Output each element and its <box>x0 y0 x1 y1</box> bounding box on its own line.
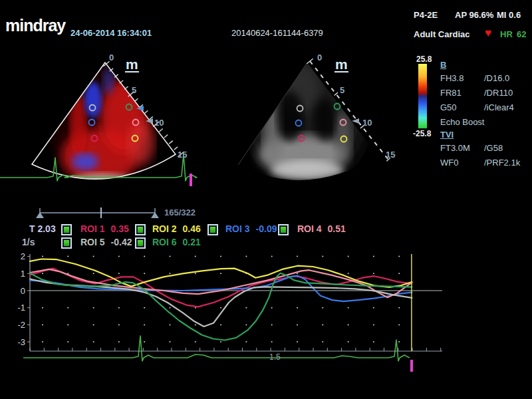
y-tick-label: -3 <box>17 337 25 347</box>
velocity-scale-min: -25.8 <box>413 129 431 138</box>
depth-label: 15 <box>386 150 395 160</box>
param-row: G50/iClear4 <box>440 102 532 112</box>
depth-label: 5 <box>340 85 344 95</box>
roi-3-checkbox[interactable] <box>207 224 218 235</box>
roi-5-legend: ROI 5-0.42 <box>80 237 132 247</box>
param-row: FH3.8/D16.0 <box>440 73 532 83</box>
depth-label: 5 <box>132 85 136 95</box>
y-tick-label: 1 <box>21 269 25 279</box>
tvi-mode-header: TVI <box>440 130 532 140</box>
roi-1-checkbox[interactable] <box>61 224 72 235</box>
depth-label: 10 <box>362 118 372 128</box>
m-watermark: m <box>125 57 139 72</box>
ecg-frame-marker <box>410 360 413 372</box>
x-tick-label: 1.5 <box>269 352 281 362</box>
velocity-scale-max: 25.8 <box>416 55 432 64</box>
y-tick-label: -2 <box>17 320 25 330</box>
param-row: FT3.0M/G58 <box>440 143 532 153</box>
ultrasound-screen: 210-1-2-31.5 mindray 24-06-2014 16:34:01… <box>0 0 532 399</box>
roi-6-legend: ROI 60.21 <box>152 237 201 247</box>
ecg-frame-marker <box>190 174 192 186</box>
depth-label: 0 <box>109 53 114 63</box>
hr-value: 62 <box>517 29 526 39</box>
b-mode-header: B <box>440 60 532 70</box>
depth-label: 15 <box>178 150 187 160</box>
frame-counter: 165/322 <box>164 207 196 217</box>
exam-preset: Adult Cardiac <box>414 29 470 39</box>
roi-5-checkbox[interactable] <box>61 237 72 249</box>
roi-2-legend: ROI 20.46 <box>152 223 201 234</box>
curve-roi-6 <box>30 273 412 340</box>
y-tick-label: 0 <box>21 286 25 296</box>
probe-name: P4-2E <box>414 10 438 20</box>
mechanical-index: MI 0.6 <box>497 10 521 20</box>
roi-1-legend: ROI 10.35 <box>80 223 129 234</box>
roi-2-checkbox[interactable] <box>135 224 146 235</box>
m-watermark: m <box>334 57 348 72</box>
velocity-colorbar <box>418 64 427 128</box>
roi-4-legend: ROI 40.51 <box>297 223 346 234</box>
exam-datetime: 24-06-2014 16:34:01 <box>70 28 152 38</box>
hr-label: HR <box>500 29 513 39</box>
y-axis-unit: 1/s <box>22 237 35 247</box>
strain-rate-chart: 210-1-2-31.5 <box>17 251 442 362</box>
roi-3-legend: ROI 3-0.09 <box>225 223 277 234</box>
roi-4-checkbox[interactable] <box>278 224 289 235</box>
param-row: FR81/DR110 <box>440 88 532 98</box>
y-tick-label: 2 <box>21 251 25 261</box>
param-row: Echo Boost <box>440 117 532 127</box>
param-row: WF0/PRF2.1k <box>440 158 532 168</box>
cine-slider[interactable] <box>36 207 159 218</box>
y-tick-label: -1 <box>17 303 25 313</box>
acoustic-power: AP 96.6% <box>455 10 493 20</box>
depth-label: 10 <box>154 118 164 128</box>
time-label: T 2.03 <box>29 223 56 234</box>
clip-id: 20140624-161144-6379 <box>231 28 323 38</box>
roi-6-checkbox[interactable] <box>135 237 146 249</box>
heart-icon: ♥ <box>485 27 491 39</box>
depth-label: 0 <box>317 53 322 63</box>
imaging-params-panel: B FH3.8/D16.0 FR81/DR110 G50/iClear4 Ech… <box>440 60 532 173</box>
mindray-logo: mindray <box>5 16 65 35</box>
